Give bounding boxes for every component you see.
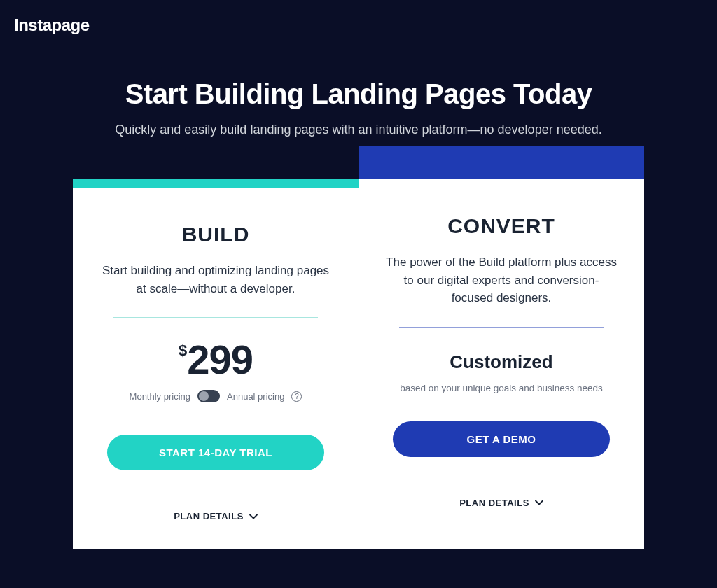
divider (399, 327, 604, 328)
billing-toggle-row: Monthly pricing Annual pricing ? (99, 390, 332, 402)
plan-details-toggle[interactable]: PLAN DETAILS (99, 511, 332, 522)
hero-section: Start Building Landing Pages Today Quick… (0, 78, 717, 137)
plan-card-convert: CONVERT The power of the Build platform … (358, 179, 644, 550)
plan-name: BUILD (99, 223, 332, 246)
chevron-down-icon (249, 514, 258, 519)
page-subtitle: Quickly and easily build landing pages w… (0, 122, 717, 137)
plan-name: CONVERT (385, 214, 618, 238)
currency-symbol: $ (179, 342, 187, 360)
plan-card-build: BUILD Start building and optimizing land… (73, 188, 358, 550)
customized-subtitle: based on your unique goals and business … (385, 383, 618, 393)
toggle-knob (199, 391, 209, 401)
page-title: Start Building Landing Pages Today (0, 78, 717, 110)
customized-title: Customized (385, 351, 618, 373)
plan-price: $299 (99, 336, 332, 383)
customized-pricing: Customized based on your unique goals an… (385, 351, 618, 393)
start-trial-button[interactable]: START 14-DAY TRIAL (107, 435, 324, 470)
plan-details-toggle[interactable]: PLAN DETAILS (385, 498, 618, 508)
plan-description: The power of the Build platform plus acc… (385, 253, 618, 307)
plan-details-label: PLAN DETAILS (174, 511, 244, 522)
pricing-plans: BUILD Start building and optimizing land… (0, 179, 717, 550)
monthly-pricing-label: Monthly pricing (130, 391, 190, 402)
annual-pricing-label: Annual pricing (227, 391, 284, 402)
brand-logo[interactable]: Instapage (14, 15, 90, 35)
brand-name: Instapage (14, 15, 90, 34)
plan-details-label: PLAN DETAILS (459, 498, 529, 508)
help-icon[interactable]: ? (291, 391, 302, 402)
divider (113, 317, 318, 318)
get-demo-button[interactable]: GET A DEMO (393, 421, 610, 457)
billing-toggle[interactable] (197, 390, 220, 402)
plan-accent-stripe (73, 179, 358, 188)
plan-description: Start building and optimizing landing pa… (99, 262, 332, 298)
chevron-down-icon (535, 500, 543, 505)
plan-accent-stripe (358, 146, 644, 179)
price-amount: 299 (187, 337, 253, 382)
